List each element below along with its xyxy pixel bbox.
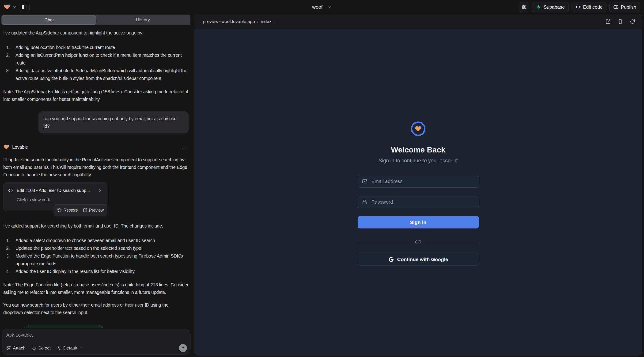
restore-preview-pill: Restore Preview: [54, 204, 107, 216]
select-element-button[interactable]: Select: [32, 346, 51, 351]
panel-left-icon: [22, 4, 27, 10]
sliders-icon: [57, 346, 62, 350]
tab-chat[interactable]: Chat: [2, 15, 96, 25]
composer-toolbar: Attach Select Default: [6, 344, 187, 352]
supabase-bolt-icon: [536, 4, 541, 10]
chat-panel: Chat History I've updated the AppSidebar…: [0, 14, 192, 357]
rotate-ccw-icon: [57, 208, 62, 212]
external-link-icon: [606, 19, 611, 24]
version-id: #107: [29, 327, 38, 328]
divider-line: [358, 242, 410, 242]
tab-history[interactable]: History: [96, 15, 190, 25]
restored-row: Restored #107 Highlight Active Page in S…: [3, 325, 189, 328]
refresh-icon: [630, 19, 635, 24]
user-message-bubble: can you add support for searching not on…: [38, 112, 188, 134]
list-item: Adding useLocation hook to track the cur…: [3, 44, 189, 51]
preview-button[interactable]: Preview: [83, 206, 104, 214]
assistant-paragraph: I've added support for searching by both…: [3, 222, 189, 230]
lovable-app-window: woof Supabase Edit code: [0, 0, 644, 357]
attach-button[interactable]: Attach: [6, 346, 26, 351]
password-field[interactable]: [358, 196, 479, 208]
edit-card-title: Edit #108 • Add user ID search supp...: [17, 187, 90, 194]
lock-icon: [362, 200, 367, 204]
edit-card-wrap: Edit #108 • Add user ID search supp... C…: [3, 182, 107, 211]
page-subtitle: Sign in to continue to your account: [378, 158, 458, 164]
chat-messages[interactable]: I've updated the AppSidebar component to…: [0, 26, 192, 328]
user-message-row: can you add support for searching not on…: [3, 112, 189, 134]
google-g-icon: [388, 256, 394, 262]
edit-code-button[interactable]: Edit code: [572, 2, 606, 12]
model-selector[interactable]: Default: [57, 346, 83, 351]
page-title: Welcome Back: [391, 146, 445, 154]
restored-version-badge[interactable]: #107 Highlight Active Page in Sidebar: [24, 325, 104, 328]
or-divider: OR: [358, 240, 479, 245]
assistant-note: Note: The AppSidebar.tsx file is getting…: [3, 88, 189, 103]
email-field-wrap: [358, 175, 479, 188]
numbered-list: Adding useLocation hook to track the cur…: [3, 44, 189, 82]
supabase-button[interactable]: Supabase: [532, 2, 569, 12]
list-item: Adding data-active attribute to SidebarM…: [3, 67, 189, 82]
email-field[interactable]: [358, 175, 479, 188]
header-right: Supabase Edit code Publish: [519, 2, 640, 12]
preview-host: preview--woof.lovable.app: [203, 19, 255, 24]
preview-url-bar[interactable]: preview--woof.lovable.app / index: [203, 19, 277, 24]
code-brackets-icon: [576, 4, 581, 10]
mobile-preview-button[interactable]: [618, 19, 623, 24]
restore-button[interactable]: Restore: [57, 206, 78, 214]
lovable-heart-icon: [3, 144, 10, 150]
preview-header: preview--woof.lovable.app / index: [194, 14, 642, 29]
list-item: Adding an isCurrentPath helper function …: [3, 51, 189, 67]
preview-toolbar: [606, 19, 635, 24]
version-title: Highlight Active Page in Sidebar: [41, 327, 99, 328]
smartphone-icon: [618, 19, 623, 24]
chevron-right-icon: [98, 188, 102, 192]
send-button[interactable]: [179, 344, 187, 352]
sidebar-toggle-button[interactable]: [19, 2, 30, 12]
password-field-wrap: [358, 196, 479, 208]
chat-composer: Attach Select Default: [2, 329, 190, 355]
gear-icon: [522, 4, 527, 10]
list-item: Added a select dropdown to choose betwee…: [3, 237, 189, 244]
publish-button[interactable]: Publish: [609, 2, 640, 12]
code-brackets-icon: [8, 188, 13, 193]
assistant-paragraph: You can now search for users by either t…: [3, 301, 189, 316]
url-separator: /: [257, 19, 258, 24]
image-plus-icon: [6, 346, 11, 350]
sign-in-button[interactable]: Sign in: [358, 216, 479, 228]
assistant-note: Note: The Edge Function file (fetch-fire…: [3, 281, 189, 296]
arrow-up-icon: [181, 346, 185, 350]
assistant-paragraph: I've updated the AppSidebar component to…: [3, 29, 189, 36]
mail-icon: [362, 179, 367, 184]
signin-card: Welcome Back Sign in to continue to your…: [358, 29, 479, 266]
more-options-icon[interactable]: ...: [182, 143, 187, 151]
project-switcher[interactable]: woof: [312, 0, 332, 14]
refresh-button[interactable]: [630, 19, 635, 24]
divider-line: [426, 242, 479, 242]
project-name: woof: [312, 4, 322, 10]
chevron-down-icon: [328, 5, 332, 9]
app-logo-circle: [411, 122, 426, 136]
list-item: Added the user ID display in the results…: [3, 268, 189, 275]
app-heart-icon: [415, 125, 422, 132]
preview-page: index: [261, 19, 271, 24]
chat-input[interactable]: [6, 332, 186, 341]
chevron-down-icon[interactable]: [13, 5, 16, 9]
chevron-down-icon: [79, 346, 83, 350]
preview-panel: preview--woof.lovable.app / index: [194, 14, 642, 355]
numbered-list: Added a select dropdown to choose betwee…: [3, 237, 189, 275]
preview-app-content: Welcome Back Sign in to continue to your…: [194, 29, 642, 355]
lovable-logo-heart-icon[interactable]: [4, 4, 10, 10]
globe-icon: [613, 4, 618, 10]
assistant-header: Lovable ...: [3, 143, 189, 151]
list-item: Modified the Edge Function to handle bot…: [3, 252, 189, 268]
open-in-new-tab-button[interactable]: [606, 19, 611, 24]
chat-history-tabbar: Chat History: [2, 14, 190, 25]
edit-card-subtitle: Click to view code: [17, 196, 102, 204]
settings-button[interactable]: [519, 2, 529, 12]
assistant-name: Lovable: [12, 143, 28, 151]
or-label: OR: [415, 240, 422, 245]
restored-label: Restored: [3, 327, 21, 328]
continue-with-google-button[interactable]: Continue with Google: [358, 253, 479, 266]
top-header: woof Supabase Edit code: [0, 0, 644, 14]
header-left: [4, 2, 30, 12]
